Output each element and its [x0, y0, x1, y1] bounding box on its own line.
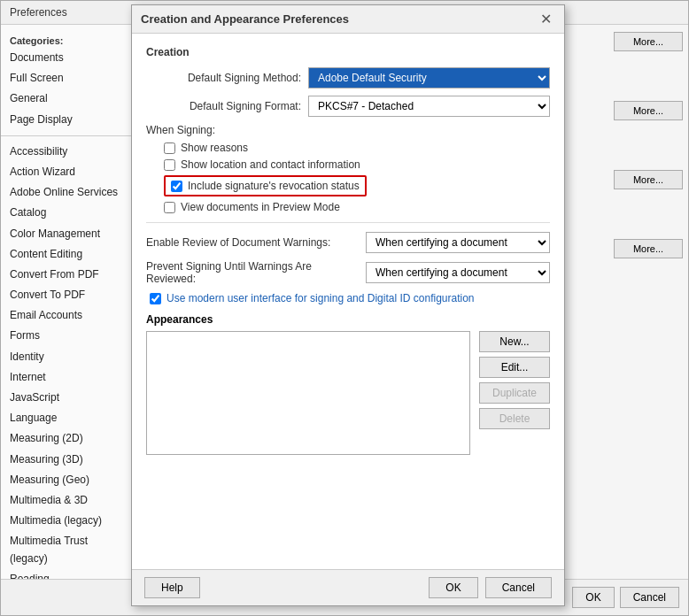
use-modern-label[interactable]: Use modern user interface for signing an…	[166, 292, 475, 304]
show-location-label[interactable]: Show location and contact information	[181, 158, 360, 171]
prevent-signing-row: Prevent Signing Until Warnings Are Revie…	[146, 260, 550, 285]
creation-section-label: Creation	[146, 46, 550, 58]
sidebar-item-javascript[interactable]: JavaScript	[1, 388, 133, 408]
dialog-titlebar: Creation and Appearance Preferences ✕	[132, 5, 564, 34]
sidebar-item-full-screen[interactable]: Full Screen	[1, 68, 133, 89]
show-location-checkbox[interactable]	[164, 159, 175, 171]
view-preview-label[interactable]: View documents in Preview Mode	[181, 201, 340, 213]
include-revocation-highlight: Include signature's revocation status	[164, 175, 367, 196]
appearances-section: Appearances New... Edit... Duplicate Del…	[146, 313, 550, 455]
sidebar-item-catalog[interactable]: Catalog	[1, 203, 133, 223]
use-modern-row: Use modern user interface for signing an…	[150, 292, 550, 304]
default-signing-method-select[interactable]: Adobe Default Security Other Security Ha…	[308, 67, 550, 89]
sidebar-item-general[interactable]: General	[1, 89, 133, 109]
duplicate-appearance-button[interactable]: Duplicate	[479, 382, 550, 404]
sidebar-item-forms[interactable]: Forms	[1, 326, 133, 346]
dialog-footer: Help OK Cancel	[132, 569, 564, 605]
enable-review-row: Enable Review of Document Warnings: When…	[146, 232, 550, 253]
categories-label: Categories:	[1, 32, 133, 48]
more-button-3[interactable]: More...	[614, 170, 683, 189]
sidebar-item-measuring-geo[interactable]: Measuring (Geo)	[1, 470, 133, 490]
enable-review-label: Enable Review of Document Warnings:	[146, 236, 359, 249]
sidebar-item-identity[interactable]: Identity	[1, 347, 133, 367]
show-reasons-checkbox[interactable]	[164, 142, 175, 154]
show-reasons-label[interactable]: Show reasons	[181, 142, 248, 154]
preferences-title: Preferences	[10, 6, 67, 19]
include-revocation-label[interactable]: Include signature's revocation status	[188, 180, 360, 192]
appearances-label: Appearances	[146, 313, 550, 326]
sidebar-item-documents[interactable]: Documents	[1, 48, 133, 68]
sidebar-item-accessibility[interactable]: Accessibility	[1, 142, 133, 162]
sidebar-item-page-display[interactable]: Page Display	[1, 110, 133, 130]
sidebar-item-content-editing[interactable]: Content Editing	[1, 244, 133, 265]
sidebar-item-convert-from-pdf[interactable]: Convert From PDF	[1, 265, 133, 285]
dialog-cancel-button[interactable]: Cancel	[485, 577, 552, 598]
delete-appearance-button[interactable]: Delete	[479, 408, 550, 429]
when-signing-label: When Signing:	[146, 124, 550, 136]
preferences-cancel-button[interactable]: Cancel	[620, 587, 679, 608]
sidebar-item-adobe-online-services[interactable]: Adobe Online Services	[1, 182, 133, 203]
default-signing-method-row: Default Signing Method: Adobe Default Se…	[146, 67, 550, 89]
appearances-list[interactable]	[146, 331, 470, 455]
more-button-4[interactable]: More...	[614, 239, 683, 258]
default-signing-format-select[interactable]: PKCS#7 - Detached PKCS#7 CAdES - Equival…	[308, 96, 550, 117]
more-button-1[interactable]: More...	[614, 32, 683, 51]
appearances-buttons: New... Edit... Duplicate Delete	[479, 331, 550, 455]
use-modern-checkbox[interactable]	[150, 293, 161, 304]
show-location-row: Show location and contact information	[164, 158, 550, 171]
sidebar-item-color-management[interactable]: Color Management	[1, 224, 133, 244]
default-signing-format-row: Default Signing Format: PKCS#7 - Detache…	[146, 96, 550, 117]
preferences-ok-button[interactable]: OK	[572, 587, 614, 608]
sidebar-item-multimedia-legacy[interactable]: Multimedia (legacy)	[1, 511, 133, 531]
default-signing-method-label: Default Signing Method:	[146, 72, 301, 84]
dialog-title: Creation and Appearance Preferences	[141, 12, 349, 26]
creation-appearance-dialog: Creation and Appearance Preferences ✕ Cr…	[131, 4, 565, 606]
show-reasons-row: Show reasons	[164, 142, 550, 154]
include-revocation-checkbox[interactable]	[171, 181, 182, 192]
sidebar-item-multimedia-trust-legacy[interactable]: Multimedia Trust (legacy)	[1, 531, 133, 568]
sidebar-item-measuring-2d[interactable]: Measuring (2D)	[1, 428, 133, 449]
more-button-2[interactable]: More...	[614, 101, 683, 120]
sidebar-item-email-accounts[interactable]: Email Accounts	[1, 305, 133, 326]
include-revocation-row: Include signature's revocation status	[164, 175, 550, 196]
dialog-body: Creation Default Signing Method: Adobe D…	[132, 34, 564, 569]
dialog-close-button[interactable]: ✕	[537, 11, 555, 27]
dialog-help-button[interactable]: Help	[144, 577, 200, 598]
preferences-sidebar: Categories: Documents Full Screen Genera…	[1, 25, 134, 579]
dialog-ok-button[interactable]: OK	[429, 577, 477, 598]
sidebar-divider	[1, 135, 133, 136]
view-preview-row: View documents in Preview Mode	[164, 201, 550, 213]
edit-appearance-button[interactable]: Edit...	[479, 357, 550, 378]
sidebar-item-convert-to-pdf[interactable]: Convert To PDF	[1, 285, 133, 305]
sidebar-item-measuring-3d[interactable]: Measuring (3D)	[1, 450, 133, 470]
prevent-signing-select[interactable]: When certifying a document Never Always	[366, 262, 550, 283]
sidebar-item-language[interactable]: Language	[1, 408, 133, 428]
enable-review-select[interactable]: When certifying a document Never Always	[366, 232, 550, 253]
divider-1	[146, 222, 550, 223]
new-appearance-button[interactable]: New...	[479, 331, 550, 352]
sidebar-item-action-wizard[interactable]: Action Wizard	[1, 162, 133, 182]
sidebar-item-reading[interactable]: Reading	[1, 569, 133, 579]
prevent-signing-label: Prevent Signing Until Warnings Are Revie…	[146, 260, 359, 285]
sidebar-item-internet[interactable]: Internet	[1, 367, 133, 388]
view-preview-checkbox[interactable]	[164, 202, 175, 213]
appearances-body: New... Edit... Duplicate Delete	[146, 331, 550, 455]
default-signing-format-label: Default Signing Format:	[146, 100, 301, 112]
more-buttons-column: More... More... More... More...	[608, 25, 688, 579]
sidebar-item-multimedia-3d[interactable]: Multimedia & 3D	[1, 490, 133, 511]
